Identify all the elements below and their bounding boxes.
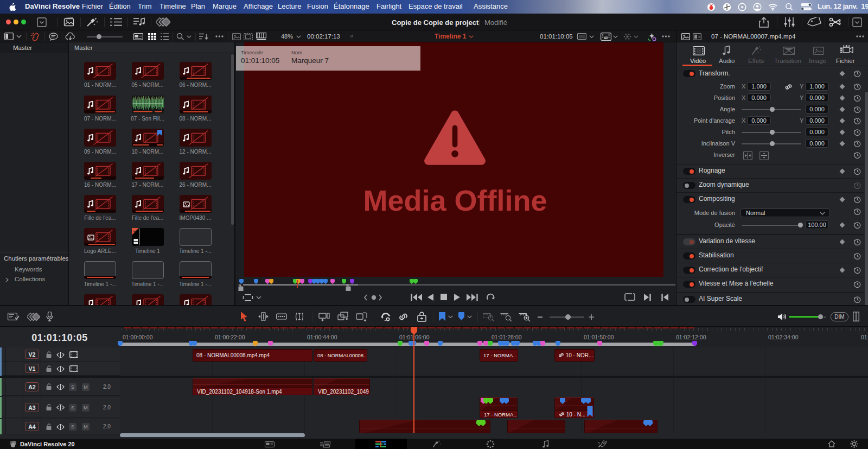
svg-text:HQ: HQ (605, 36, 609, 39)
